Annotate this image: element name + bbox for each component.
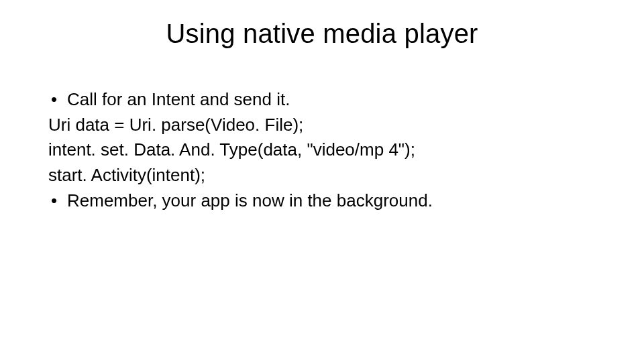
slide-body: Call for an Intent and send it. Uri data… xyxy=(48,87,596,213)
slide: Using native media player Call for an In… xyxy=(0,0,644,362)
code-line: Uri data = Uri. parse(Video. File); xyxy=(48,113,596,138)
code-line: start. Activity(intent); xyxy=(48,163,596,188)
bullet-item: Remember, your app is now in the backgro… xyxy=(48,188,596,214)
bullet-item: Call for an Intent and send it. xyxy=(48,87,596,113)
code-line: intent. set. Data. And. Type(data, "vide… xyxy=(48,137,596,163)
slide-title: Using native media player xyxy=(0,19,644,49)
